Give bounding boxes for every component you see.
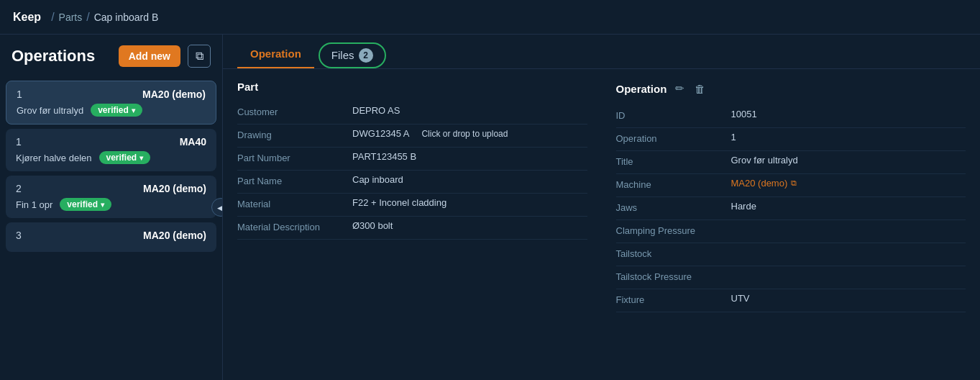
verified-badge[interactable]: verified ▾ — [60, 198, 111, 211]
value-part-name: Cap inboard — [352, 174, 587, 185]
value-drawing: DWG12345 A Click or drop to upload — [352, 128, 587, 139]
operation-section-header: Operation ✏ 🗑 — [616, 81, 966, 96]
copy-icon: ⧉ — [196, 50, 203, 63]
list-item-bottom: Fin 1 opr verified ▾ — [16, 198, 206, 211]
field-material: Material F22 + Inconel cladding — [237, 194, 587, 217]
brand-logo: Keep — [13, 11, 41, 24]
value-jaws: Harde — [731, 201, 966, 212]
list-item-top: 1 MA20 (demo) — [17, 89, 206, 100]
field-part-name: Part Name Cap inboard — [237, 171, 587, 194]
item-machine: MA20 (demo) — [142, 89, 206, 100]
field-jaws: Jaws Harde — [616, 197, 966, 220]
field-material-desc: Material Description Ø300 bolt — [237, 217, 587, 240]
field-customer: Customer DEPRO AS — [237, 101, 587, 125]
list-item[interactable]: 1 MA20 (demo) Grov før ultralyd verified… — [6, 81, 216, 125]
sidebar-header: Operations Add new ⧉ — [0, 35, 222, 78]
field-fixture: Fixture UTV — [616, 289, 966, 312]
sidebar-list: 1 MA20 (demo) Grov før ultralyd verified… — [0, 78, 222, 380]
part-column: Part Customer DEPRO AS Drawing DWG12345 … — [237, 81, 587, 368]
item-machine: MA20 (demo) — [143, 230, 206, 241]
list-item-bottom: Grov før ultralyd verified ▾ — [17, 104, 206, 117]
value-fixture: UTV — [731, 293, 966, 304]
field-part-number: Part Number PART123455 B — [237, 148, 587, 171]
list-item-bottom: Kjører halve delen verified ▾ — [16, 151, 206, 164]
field-machine: Machine MA20 (demo) ⧉ — [616, 174, 966, 197]
main-layout: Operations Add new ⧉ 1 MA20 (demo) Grov … — [0, 35, 980, 380]
chevron-down-icon: ▾ — [132, 107, 135, 114]
value-id: 10051 — [731, 109, 966, 119]
edit-operation-button[interactable]: ✏ — [674, 81, 686, 96]
item-number: 1 — [17, 89, 22, 100]
breadcrumb-sep-2: / — [86, 11, 89, 24]
field-tailstock: Tailstock — [616, 243, 966, 266]
label-tailstock: Tailstock — [616, 247, 731, 259]
item-number: 1 — [16, 136, 22, 148]
value-customer: DEPRO AS — [352, 105, 587, 116]
verified-badge[interactable]: verified ▾ — [91, 104, 142, 117]
item-desc: Grov før ultralyd — [17, 105, 83, 116]
label-part-number: Part Number — [237, 151, 352, 163]
upload-link[interactable]: Click or drop to upload — [421, 129, 508, 139]
field-tailstock-pressure: Tailstock Pressure — [616, 266, 966, 289]
list-item[interactable]: 3 MA20 (demo) — [6, 222, 216, 252]
tab-operation[interactable]: Operation — [237, 42, 314, 68]
part-section-title: Part — [237, 81, 587, 93]
external-link-icon[interactable]: ⧉ — [791, 178, 797, 188]
label-jaws: Jaws — [616, 201, 731, 213]
item-desc: Kjører halve delen — [16, 153, 92, 163]
item-machine: MA40 — [180, 136, 206, 148]
field-drawing: Drawing DWG12345 A Click or drop to uplo… — [237, 125, 587, 148]
item-desc: Fin 1 opr — [16, 199, 52, 210]
value-part-number: PART123455 B — [352, 151, 587, 162]
operation-column: Operation ✏ 🗑 ID 10051 Operation 1 Title… — [616, 81, 966, 368]
label-id: ID — [616, 109, 731, 121]
copy-button[interactable]: ⧉ — [188, 45, 211, 68]
list-item-top: 1 MA40 — [16, 136, 206, 148]
field-clamping-pressure: Clamping Pressure — [616, 220, 966, 243]
chevron-down-icon: ▾ — [101, 201, 104, 209]
label-material: Material — [237, 197, 352, 209]
item-machine: MA20 (demo) — [143, 183, 206, 194]
field-id: ID 10051 — [616, 105, 966, 128]
label-tailstock-pressure: Tailstock Pressure — [616, 270, 731, 282]
label-customer: Customer — [237, 105, 352, 117]
breadcrumb-current: Cap inboard B — [94, 12, 159, 23]
breadcrumb-parts[interactable]: Parts — [59, 12, 83, 23]
delete-operation-button[interactable]: 🗑 — [693, 81, 707, 96]
chevron-down-icon: ▾ — [139, 154, 143, 162]
value-title: Grov før ultralyd — [731, 155, 966, 166]
list-item[interactable]: 1 MA40 Kjører halve delen verified ▾ — [6, 129, 216, 171]
label-material-desc: Material Description — [237, 220, 352, 232]
tab-files[interactable]: Files 2 — [319, 42, 386, 68]
value-operation-num: 1 — [731, 132, 966, 142]
field-operation-num: Operation 1 — [616, 128, 966, 151]
value-machine: MA20 (demo) ⧉ — [731, 178, 966, 189]
operation-section-title: Operation — [616, 83, 667, 95]
content-area: Operation Files 2 Part Customer DEPRO AS… — [223, 35, 980, 380]
tab-bar: Operation Files 2 — [223, 35, 980, 69]
field-title: Title Grov før ultralyd — [616, 151, 966, 174]
sidebar-title: Operations — [12, 47, 111, 65]
value-material: F22 + Inconel cladding — [352, 197, 587, 208]
add-new-button[interactable]: Add new — [119, 45, 180, 67]
label-fixture: Fixture — [616, 293, 731, 305]
sidebar: Operations Add new ⧉ 1 MA20 (demo) Grov … — [0, 35, 223, 380]
files-count-badge: 2 — [359, 48, 373, 63]
list-item[interactable]: 2 MA20 (demo) Fin 1 opr verified ▾ — [6, 176, 216, 218]
label-operation-num: Operation — [616, 132, 731, 144]
label-drawing: Drawing — [237, 128, 352, 140]
value-material-desc: Ø300 bolt — [352, 220, 587, 231]
label-clamping-pressure: Clamping Pressure — [616, 224, 731, 236]
breadcrumb-sep-1: / — [51, 11, 54, 24]
label-machine: Machine — [616, 178, 731, 190]
list-item-top: 3 MA20 (demo) — [16, 230, 206, 241]
item-number: 2 — [16, 183, 22, 194]
label-part-name: Part Name — [237, 174, 352, 186]
list-item-top: 2 MA20 (demo) — [16, 183, 206, 194]
verified-badge[interactable]: verified ▾ — [99, 151, 151, 164]
detail-area: Part Customer DEPRO AS Drawing DWG12345 … — [223, 69, 980, 380]
topbar: Keep / Parts / Cap inboard B — [0, 0, 980, 35]
label-title: Title — [616, 155, 731, 167]
item-number: 3 — [16, 230, 22, 241]
